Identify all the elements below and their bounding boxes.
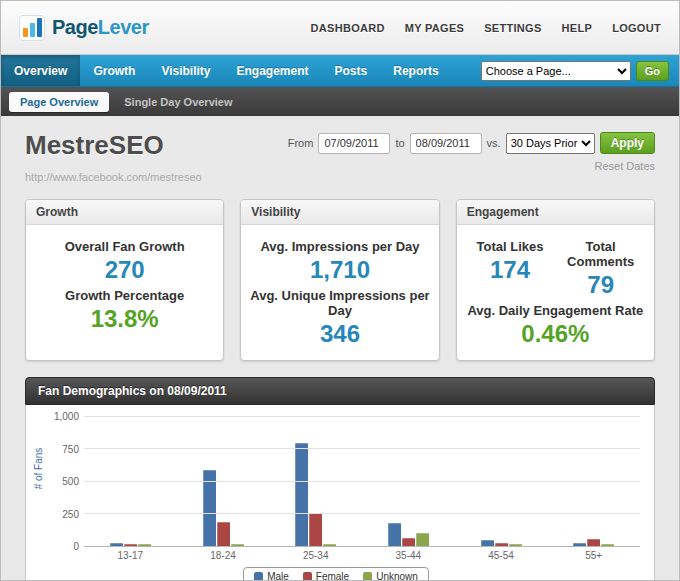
growth-card: Growth Overall Fan Growth 270 Growth Per… [25, 199, 224, 361]
nav-logout[interactable]: LOGOUT [612, 22, 661, 34]
y-tick-label: 1,000 [41, 411, 79, 422]
x-axis-label-45-54: 45-54 [455, 550, 548, 561]
legend-item-female[interactable]: Female [303, 571, 349, 581]
tab-growth[interactable]: Growth [80, 55, 148, 86]
bar-female-55+ [587, 539, 600, 546]
date-range-row: From to vs. 30 Days Prior Apply [288, 132, 655, 154]
main-nav-tabs: Overview Growth Visibility Engagement Po… [1, 55, 481, 86]
subtab-page-overview[interactable]: Page Overview [9, 92, 109, 112]
bar-unknown-35-44 [416, 533, 429, 546]
avg-daily-engagement-label: Avg. Daily Engagement Rate [465, 303, 646, 318]
bar-unknown-55+ [601, 544, 614, 546]
reset-dates-link[interactable]: Reset Dates [594, 160, 655, 172]
total-comments-value: 79 [555, 271, 646, 299]
x-axis-label-25-34: 25-34 [269, 550, 362, 561]
nav-dashboard[interactable]: DASHBOARD [311, 22, 385, 34]
sub-nav-bar: Page Overview Single Day Overview [1, 87, 679, 116]
engagement-card-body: Total Likes 174 Total Comments 79 Avg. D… [457, 225, 654, 360]
visibility-card-header: Visibility [241, 200, 438, 225]
chart-legend: MaleFemaleUnknown [243, 567, 429, 581]
chart-plot-area [84, 417, 640, 547]
bar-male-13-17 [110, 543, 123, 546]
bar-chart-logo-icon [19, 15, 45, 41]
pagelever-logo[interactable]: PageLever [19, 15, 149, 41]
legend-wrap: MaleFemaleUnknown [32, 567, 640, 581]
bar-female-18-24 [217, 522, 230, 546]
y-tick-label: 0 [41, 541, 79, 552]
y-tick-label: 250 [41, 509, 79, 520]
from-label: From [288, 137, 314, 149]
avg-daily-engagement-value: 0.46% [465, 320, 646, 348]
engagement-two-col: Total Likes 174 Total Comments 79 [465, 235, 646, 299]
y-tick-label: 500 [41, 476, 79, 487]
y-axis-title: # of Fans [33, 429, 44, 509]
metric-cards-row: Growth Overall Fan Growth 270 Growth Per… [25, 199, 655, 361]
legend-label-male: Male [267, 571, 289, 581]
x-axis-label-35-44: 35-44 [362, 550, 455, 561]
page-select-dropdown[interactable]: Choose a Page... [481, 61, 631, 81]
subtab-single-day-overview[interactable]: Single Day Overview [113, 92, 243, 112]
bar-unknown-45-54 [509, 544, 522, 546]
avg-impressions-label: Avg. Impressions per Day [249, 239, 430, 254]
gridline [84, 416, 640, 417]
bar-male-25-34 [295, 443, 308, 546]
tab-visibility[interactable]: Visibility [148, 55, 223, 86]
x-axis-label-18-24: 18-24 [177, 550, 270, 561]
avg-impressions-value: 1,710 [249, 256, 430, 284]
growth-card-body: Overall Fan Growth 270 Growth Percentage… [26, 225, 223, 345]
page-selector-group: Choose a Page... Go [481, 55, 679, 86]
total-comments-block: Total Comments 79 [555, 235, 646, 299]
main-nav-bar: Overview Growth Visibility Engagement Po… [1, 55, 679, 87]
tab-reports[interactable]: Reports [380, 55, 451, 86]
legend-label-unknown: Unknown [376, 571, 418, 581]
fan-demographics-panel: Fan Demographics on 08/09/2011 # of Fans… [25, 377, 655, 581]
page-identity: MestreSEO http://www.facebook.com/mestre… [25, 130, 202, 183]
avg-unique-impressions-value: 346 [249, 320, 430, 348]
bar-group-55+ [547, 417, 640, 546]
x-axis-label-13-17: 13-17 [84, 550, 177, 561]
top-header: PageLever DASHBOARD MY PAGES SETTINGS HE… [1, 1, 679, 55]
compare-period-select[interactable]: 30 Days Prior [506, 133, 595, 154]
bar-female-13-17 [124, 544, 137, 546]
logo-text: PageLever [52, 16, 149, 39]
bar-male-35-44 [388, 523, 401, 546]
total-comments-label: Total Comments [555, 239, 646, 269]
pagelever-app: PageLever DASHBOARD MY PAGES SETTINGS HE… [0, 0, 680, 581]
tab-engagement[interactable]: Engagement [224, 55, 322, 86]
total-likes-block: Total Likes 174 [465, 235, 556, 299]
from-date-input[interactable] [318, 133, 390, 154]
overall-fan-growth-label: Overall Fan Growth [34, 239, 215, 254]
bar-group-13-17 [84, 417, 177, 546]
chart-groups [84, 417, 640, 546]
bar-female-35-44 [402, 538, 415, 546]
page-url: http://www.facebook.com/mestreseo [25, 171, 202, 183]
date-controls: From to vs. 30 Days Prior Apply Reset Da… [288, 130, 655, 172]
nav-help[interactable]: HELP [562, 22, 593, 34]
y-tick-label: 750 [41, 444, 79, 455]
vs-label: vs. [487, 137, 501, 149]
bar-unknown-13-17 [138, 544, 151, 546]
engagement-card-header: Engagement [457, 200, 654, 225]
bar-male-45-54 [481, 540, 494, 546]
to-date-input[interactable] [410, 133, 482, 154]
apply-button[interactable]: Apply [600, 132, 655, 154]
growth-percentage-value: 13.8% [34, 305, 215, 333]
legend-item-male[interactable]: Male [254, 571, 289, 581]
tab-posts[interactable]: Posts [322, 55, 381, 86]
nav-my-pages[interactable]: MY PAGES [405, 22, 464, 34]
growth-card-header: Growth [26, 200, 223, 225]
tab-overview[interactable]: Overview [1, 55, 80, 86]
nav-settings[interactable]: SETTINGS [484, 22, 541, 34]
chart-y-labels: 02505007501,000 [46, 417, 84, 547]
visibility-card-body: Avg. Impressions per Day 1,710 Avg. Uniq… [241, 225, 438, 360]
total-likes-value: 174 [465, 256, 556, 284]
bar-unknown-25-34 [323, 544, 336, 546]
go-button[interactable]: Go [636, 61, 669, 81]
gridline [84, 481, 640, 482]
chart-inner: 02505007501,000 [46, 417, 640, 547]
chart-body: # of Fans 02505007501,000 13-1718-2425-3… [25, 405, 655, 581]
legend-item-unknown[interactable]: Unknown [363, 571, 418, 581]
chart-x-labels: 13-1718-2425-3435-4445-5455+ [84, 550, 640, 561]
bar-group-35-44 [362, 417, 455, 546]
bar-unknown-18-24 [231, 544, 244, 546]
